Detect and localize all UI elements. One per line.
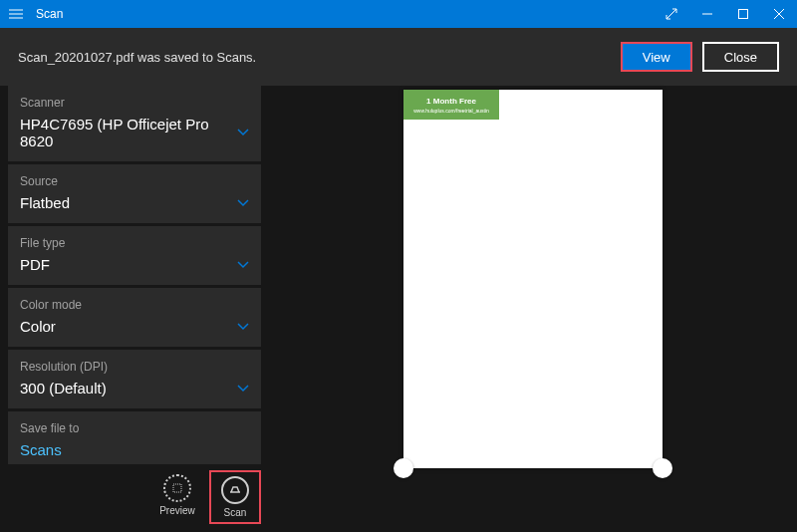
chevron-down-icon bbox=[237, 385, 249, 393]
scan-label: Scan bbox=[224, 507, 247, 518]
svg-rect-1 bbox=[173, 484, 181, 492]
svg-rect-0 bbox=[739, 10, 748, 19]
banner-title: 1 Month Free bbox=[426, 97, 476, 106]
colormode-setting[interactable]: Color mode Color bbox=[8, 288, 261, 347]
scanner-value: HP4C7695 (HP Officejet Pro 8620 bbox=[20, 116, 237, 149]
content-area: Scanner HP4C7695 (HP Officejet Pro 8620 … bbox=[0, 86, 797, 532]
preview-area: 1 Month Free www.huluplus.com/freetrial_… bbox=[269, 86, 797, 532]
source-value: Flatbed bbox=[20, 194, 70, 211]
source-label: Source bbox=[20, 174, 249, 188]
scan-icon bbox=[221, 476, 249, 504]
colormode-label: Color mode bbox=[20, 298, 249, 312]
minimize-button[interactable] bbox=[689, 0, 725, 28]
resolution-value: 300 (Default) bbox=[20, 380, 107, 397]
maximize-button[interactable] bbox=[725, 0, 761, 28]
chevron-down-icon bbox=[237, 261, 249, 269]
savefile-value: Scans bbox=[20, 441, 62, 458]
restore-diagonal-button[interactable] bbox=[654, 0, 689, 28]
minimize-icon bbox=[702, 9, 712, 19]
scanner-setting[interactable]: Scanner HP4C7695 (HP Officejet Pro 8620 bbox=[8, 86, 261, 161]
action-buttons: Preview Scan bbox=[0, 464, 269, 532]
source-setting[interactable]: Source Flatbed bbox=[8, 164, 261, 223]
savefile-label: Save file to bbox=[20, 421, 249, 435]
close-icon bbox=[774, 9, 784, 19]
scanned-page[interactable]: 1 Month Free www.huluplus.com/freetrial_… bbox=[403, 90, 663, 468]
preview-button[interactable]: Preview bbox=[151, 470, 203, 524]
preview-icon bbox=[163, 474, 191, 502]
scanner-label: Scanner bbox=[20, 96, 249, 110]
chevron-down-icon bbox=[237, 199, 249, 207]
hamburger-icon bbox=[9, 9, 23, 19]
filetype-label: File type bbox=[20, 236, 249, 250]
view-button[interactable]: View bbox=[621, 42, 692, 72]
diagonal-arrows-icon bbox=[665, 8, 677, 20]
filetype-value: PDF bbox=[20, 256, 50, 273]
page-banner: 1 Month Free www.huluplus.com/freetrial_… bbox=[403, 90, 499, 120]
filetype-setting[interactable]: File type PDF bbox=[8, 226, 261, 285]
maximize-icon bbox=[738, 9, 748, 19]
savefile-setting[interactable]: Save file to Scans bbox=[8, 411, 261, 464]
preview-label: Preview bbox=[159, 505, 195, 516]
scan-button[interactable]: Scan bbox=[209, 470, 261, 524]
window-title: Scan bbox=[32, 7, 654, 21]
chevron-down-icon bbox=[237, 323, 249, 331]
resolution-label: Resolution (DPI) bbox=[20, 360, 249, 374]
notification-message: Scan_20201027.pdf was saved to Scans. bbox=[18, 50, 611, 65]
chevron-down-icon bbox=[237, 129, 249, 136]
hamburger-menu-button[interactable] bbox=[0, 9, 32, 19]
notification-bar: Scan_20201027.pdf was saved to Scans. Vi… bbox=[0, 28, 797, 86]
resolution-setting[interactable]: Resolution (DPI) 300 (Default) bbox=[8, 350, 261, 408]
colormode-value: Color bbox=[20, 318, 56, 335]
crop-handle-bottom-left[interactable] bbox=[394, 458, 413, 478]
banner-url: www.huluplus.com/freetrial_austin bbox=[413, 108, 489, 114]
close-notification-button[interactable]: Close bbox=[702, 42, 779, 72]
window-controls bbox=[654, 0, 797, 28]
titlebar: Scan bbox=[0, 0, 797, 28]
settings-sidebar: Scanner HP4C7695 (HP Officejet Pro 8620 … bbox=[0, 86, 269, 532]
close-window-button[interactable] bbox=[761, 0, 797, 28]
crop-handle-bottom-right[interactable] bbox=[653, 458, 672, 478]
